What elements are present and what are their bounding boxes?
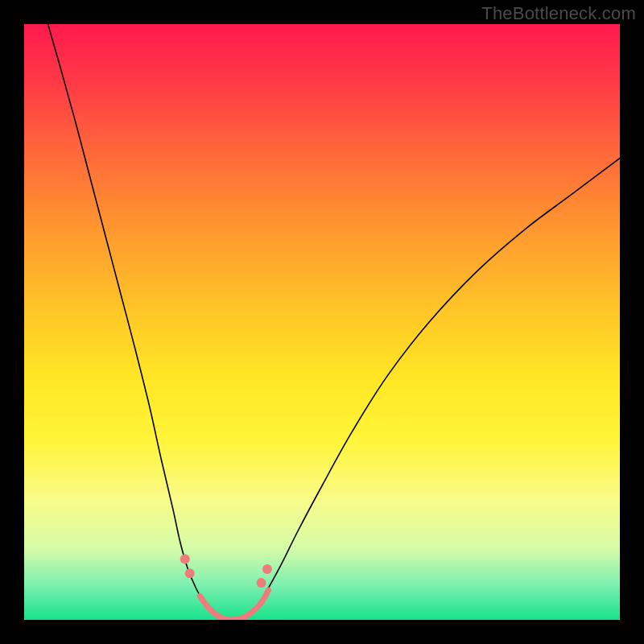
dot-left-lower bbox=[185, 568, 195, 578]
curve-left bbox=[48, 24, 214, 614]
plot-area bbox=[24, 24, 620, 620]
dot-right-lower bbox=[257, 578, 266, 588]
accent-line bbox=[200, 590, 268, 620]
chart-frame: TheBottleneck.com bbox=[0, 0, 644, 644]
watermark-text: TheBottleneck.com bbox=[481, 3, 636, 24]
curve-right bbox=[255, 159, 620, 609]
chart-svg bbox=[24, 24, 620, 620]
dot-right-upper bbox=[262, 564, 272, 574]
dot-left-upper bbox=[180, 555, 190, 564]
